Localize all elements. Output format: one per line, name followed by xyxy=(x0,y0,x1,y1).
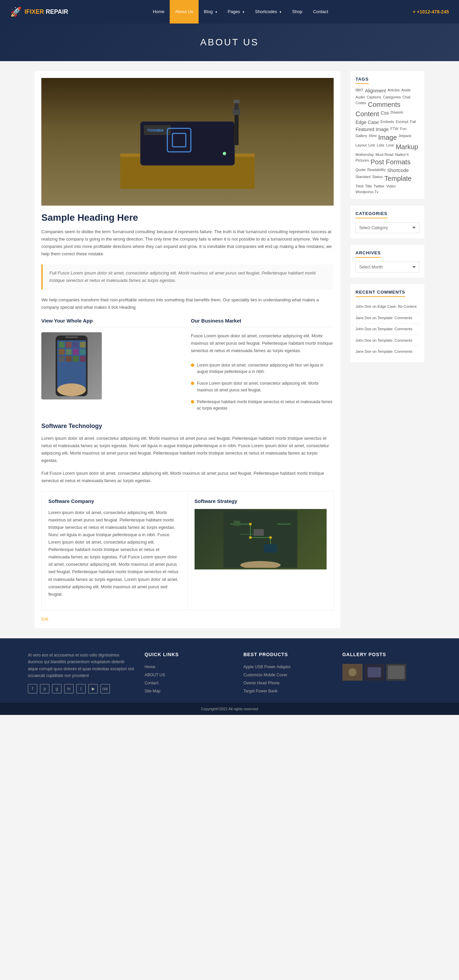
comment-item: Jane Doe on Template: Comments xyxy=(355,346,419,357)
tag-item[interactable]: Lists xyxy=(377,143,384,151)
tag-item[interactable]: Twitter xyxy=(374,184,384,188)
tag-item[interactable]: Content xyxy=(355,110,379,118)
social-rss[interactable]: rss xyxy=(100,684,110,694)
tag-item[interactable]: Edge Case xyxy=(355,119,379,125)
gallery-thumb-2[interactable] xyxy=(364,664,384,681)
footer-link-item[interactable]: Contact xyxy=(145,680,233,686)
tag-item[interactable]: Codex xyxy=(355,101,366,108)
svg-rect-29 xyxy=(223,511,297,568)
tag-item[interactable]: Embeds xyxy=(380,119,394,125)
svg-point-40 xyxy=(269,536,272,539)
tag-item[interactable]: Readability xyxy=(367,168,386,173)
phone-image xyxy=(41,332,102,399)
social-youtube[interactable]: ▶ xyxy=(88,684,98,694)
tag-item[interactable]: Html xyxy=(369,134,377,142)
tag-item[interactable]: Status xyxy=(372,175,383,183)
tag-item[interactable]: Fail xyxy=(410,119,416,125)
bullet-dot xyxy=(191,364,194,367)
social-facebook[interactable]: f xyxy=(28,684,37,694)
tag-item[interactable]: Video xyxy=(386,184,395,188)
tag-item[interactable]: Shortcode xyxy=(387,168,409,173)
tag-item[interactable]: Standard xyxy=(355,175,371,183)
nav-shop[interactable]: Shop xyxy=(287,0,308,24)
footer-product-item[interactable]: Customize Mobile Cover xyxy=(243,672,332,677)
bullet-item: Pellentesque habitant morbi tristique se… xyxy=(191,396,334,414)
logo-icon: 🚀 xyxy=(10,6,22,18)
footer-product-item[interactable]: Apple USB Power Adaptor xyxy=(243,664,332,669)
nav-about[interactable]: About Us xyxy=(170,0,198,24)
gallery-thumb-3[interactable] xyxy=(386,664,406,681)
tag-item[interactable]: Nailed It xyxy=(395,153,409,157)
main-content: TOSHIBA Sample Heading Here Companies se… xyxy=(35,71,340,628)
tag-item[interactable]: Markup xyxy=(396,143,418,151)
tag-item[interactable]: Gallery xyxy=(355,134,367,142)
tag-item[interactable]: Excerpt xyxy=(396,119,408,125)
archives-select[interactable]: Select Month xyxy=(355,262,419,272)
tag-item[interactable]: Jetpack xyxy=(398,134,411,142)
nav-pages[interactable]: Pages ▾ xyxy=(222,0,250,24)
tag-item[interactable]: Fun xyxy=(400,127,406,132)
tag-item[interactable]: Featured Image xyxy=(355,127,389,132)
tag-item[interactable]: FTW xyxy=(390,127,398,132)
col-market-para: Fusce Lorem ipsum dolor sit amet, consec… xyxy=(191,332,334,355)
tag-item[interactable]: Quote xyxy=(355,168,366,173)
gallery-thumb-1[interactable] xyxy=(343,664,363,681)
tag-item[interactable]: Title xyxy=(365,184,371,188)
footer-gallery-grid xyxy=(343,664,431,681)
svg-rect-37 xyxy=(264,544,277,553)
svg-rect-26 xyxy=(73,356,79,361)
footer-link-item[interactable]: Site Map xyxy=(145,688,233,694)
svg-text:TOSHIBA: TOSHIBA xyxy=(147,128,164,132)
svg-point-39 xyxy=(249,523,252,525)
tag-item[interactable]: Tiled xyxy=(355,184,363,188)
tag-item[interactable]: Comments xyxy=(368,101,400,108)
tag-item[interactable]: Chat xyxy=(403,95,410,99)
tag-item[interactable]: 8BIT xyxy=(355,88,363,94)
tag-item[interactable]: Must Read xyxy=(375,153,393,157)
social-twitter[interactable]: t xyxy=(76,684,86,694)
sidebar: TAGS 8BIT Alignment Articles Aside Audio… xyxy=(351,71,424,628)
social-google[interactable]: g xyxy=(52,684,62,694)
logo[interactable]: 🚀 IFIXER REPAIR xyxy=(10,6,68,18)
content-blockquote: Full Fusce Lorem ipsum dolor sit amet, c… xyxy=(41,264,334,289)
footer-links-title: Quick Links xyxy=(145,652,233,657)
tag-item[interactable]: Captions xyxy=(367,95,381,99)
footer-products-title: Best Products xyxy=(243,652,332,657)
categories-select[interactable]: Select Category xyxy=(355,223,419,233)
tag-item[interactable]: Wordpress.Tv xyxy=(355,190,378,194)
social-pinterest[interactable]: p xyxy=(40,684,49,694)
tag-item[interactable]: Link xyxy=(368,143,375,151)
svg-rect-46 xyxy=(368,667,381,677)
two-col-app-market: View Your Whole App xyxy=(41,318,334,414)
footer-products-col: Best Products Apple USB Power AdaptorCus… xyxy=(243,652,332,696)
tag-item[interactable]: Articles xyxy=(388,88,400,94)
nav-shortcodes[interactable]: Shortcodes ▾ xyxy=(250,0,287,24)
tag-item[interactable]: Layout xyxy=(355,143,367,151)
tag-item[interactable]: Template xyxy=(384,175,412,183)
tag-item[interactable]: Categories xyxy=(383,95,401,99)
tag-item[interactable]: Pictures xyxy=(355,158,369,166)
footer-link-item[interactable]: ABOUT US xyxy=(145,672,233,677)
tag-item[interactable]: Image xyxy=(378,134,397,142)
nav-home[interactable]: Home xyxy=(148,0,170,24)
nav-contact[interactable]: Contact xyxy=(308,0,334,24)
footer-product-item[interactable]: Target Power Bank xyxy=(243,688,332,694)
tag-item[interactable]: Dowork xyxy=(390,110,403,118)
tag-item[interactable]: Alignment xyxy=(365,88,386,94)
footer-link-item[interactable]: Home xyxy=(145,664,233,669)
social-linkedin[interactable]: in xyxy=(64,684,73,694)
tag-item[interactable]: Css xyxy=(381,110,389,118)
edit-link[interactable]: Edit xyxy=(41,617,334,622)
footer-links-col: Quick Links HomeABOUT USContactSite Map xyxy=(145,652,233,696)
tag-item[interactable]: Audio xyxy=(355,95,365,99)
comment-item: John Doe on Template: Comments xyxy=(355,323,419,335)
tag-item[interactable]: Aside xyxy=(402,88,411,94)
tag-item[interactable]: Post Formats xyxy=(371,158,411,166)
footer-product-item[interactable]: Ovenix Head Phone xyxy=(243,680,332,686)
tag-item[interactable]: Mothership xyxy=(355,153,374,157)
tag-item[interactable]: Love xyxy=(386,143,394,151)
content-para1: Companies seem to dislike the term 'turn… xyxy=(41,228,334,258)
col-market-heading: Our Business Market xyxy=(191,318,334,327)
svg-rect-16 xyxy=(59,342,65,348)
nav-blog[interactable]: Blog ▾ xyxy=(199,0,222,24)
